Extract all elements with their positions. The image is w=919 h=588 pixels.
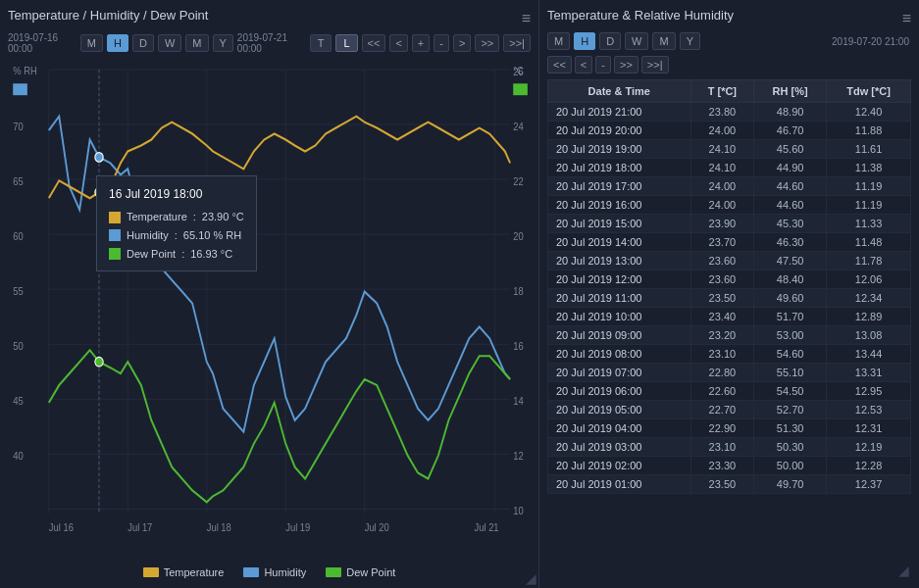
svg-rect-10 (13, 83, 27, 95)
cell-datetime: 20 Jul 2019 14:00 (548, 233, 691, 252)
table-header: Date & Time T [*C] RH [%] Tdw [*C] (548, 80, 911, 103)
right-nav-minus[interactable]: - (595, 56, 611, 74)
table-container: Date & Time T [*C] RH [%] Tdw [*C] 20 Ju… (547, 79, 911, 580)
nav-prev-prev[interactable]: << (362, 34, 386, 52)
cell-temp: 23.80 (690, 103, 754, 122)
cell-rh: 48.40 (754, 270, 827, 289)
col-temp: T [*C] (690, 80, 754, 103)
right-date-label: 2019-07-20 21:00 (832, 36, 909, 47)
period-M2-btn[interactable]: M (185, 34, 208, 52)
cell-temp: 23.50 (690, 475, 754, 494)
svg-point-44 (95, 357, 103, 367)
table-row: 20 Jul 2019 13:0023.6047.5011.78 (548, 252, 911, 270)
svg-text:45: 45 (13, 396, 24, 408)
cell-datetime: 20 Jul 2019 01:00 (548, 475, 691, 494)
cell-datetime: 20 Jul 2019 17:00 (548, 177, 691, 196)
cell-datetime: 20 Jul 2019 16:00 (548, 196, 691, 215)
right-period-D-btn[interactable]: D (599, 32, 621, 50)
cell-rh: 48.90 (754, 103, 827, 122)
right-menu-icon[interactable]: ≡ (902, 10, 911, 27)
table-row: 20 Jul 2019 05:0022.7052.7012.53 (548, 401, 911, 419)
table-row: 20 Jul 2019 08:0023.1054.6013.44 (548, 345, 911, 364)
table-row: 20 Jul 2019 02:0023.3050.0012.28 (548, 457, 911, 475)
svg-text:Jul 17: Jul 17 (128, 522, 152, 534)
cell-tdw: 12.31 (827, 419, 911, 438)
table-row: 20 Jul 2019 03:0023.1050.3012.19 (548, 438, 911, 457)
cell-tdw: 12.37 (827, 475, 911, 494)
svg-text:55: 55 (13, 286, 24, 298)
period-H-btn[interactable]: H (107, 34, 128, 52)
period-M-btn[interactable]: M (80, 34, 103, 52)
cell-temp: 24.10 (690, 140, 754, 159)
nav-minus[interactable]: - (434, 34, 449, 52)
svg-text:Jul 18: Jul 18 (207, 522, 231, 534)
cell-datetime: 20 Jul 2019 20:00 (548, 122, 691, 140)
legend-dewpoint: Dew Point (326, 566, 395, 578)
cell-temp: 23.10 (690, 438, 754, 457)
svg-text:50: 50 (13, 341, 24, 353)
cell-rh: 55.10 (754, 364, 827, 382)
cell-temp: 22.90 (690, 419, 754, 438)
right-period-W-btn[interactable]: W (625, 32, 648, 50)
cell-tdw: 11.33 (827, 215, 911, 233)
table-row: 20 Jul 2019 17:0024.0044.6011.19 (548, 177, 911, 196)
period-W-btn[interactable]: W (158, 34, 181, 52)
period-Y-btn[interactable]: Y (213, 34, 233, 52)
cell-rh: 49.60 (754, 289, 827, 308)
cell-temp: 22.80 (690, 364, 754, 382)
nav-plus[interactable]: + (412, 34, 430, 52)
right-nav-first[interactable]: << (547, 56, 572, 74)
cell-datetime: 20 Jul 2019 08:00 (548, 345, 691, 364)
svg-point-42 (95, 187, 103, 197)
table-row: 20 Jul 2019 21:0023.8048.9012.40 (548, 103, 911, 122)
svg-text:14: 14 (513, 396, 524, 408)
right-panel: Temperature & Relative Humidity ≡ M H D … (539, 0, 919, 588)
right-period-Y-btn[interactable]: Y (680, 32, 700, 50)
right-nav-last[interactable]: >>| (641, 56, 669, 74)
left-panel: Temperature / Humidity / Dew Point ≡ 201… (0, 0, 539, 588)
svg-text:65: 65 (13, 175, 24, 187)
cell-datetime: 20 Jul 2019 18:00 (548, 159, 691, 177)
svg-text:20: 20 (513, 231, 524, 243)
cell-tdw: 11.19 (827, 196, 911, 215)
cell-tdw: 13.44 (827, 345, 911, 364)
table-row: 20 Jul 2019 04:0022.9051.3012.31 (548, 419, 911, 438)
left-toolbar: 2019-07-16 00:00 M H D W M Y 2019-07-21 … (8, 32, 531, 54)
cell-rh: 49.70 (754, 475, 827, 494)
nav-next[interactable]: > (453, 34, 471, 52)
cell-datetime: 20 Jul 2019 07:00 (548, 364, 691, 382)
cell-tdw: 11.48 (827, 233, 911, 252)
cell-temp: 24.00 (690, 177, 754, 196)
cell-temp: 22.70 (690, 401, 754, 419)
cell-tdw: 12.40 (827, 103, 911, 122)
left-resize-handle: ◢ (526, 570, 536, 586)
right-period-M-btn[interactable]: M (547, 32, 570, 50)
cell-rh: 50.00 (754, 457, 827, 475)
period-D-btn[interactable]: D (132, 34, 154, 52)
svg-point-43 (95, 153, 103, 163)
svg-rect-19 (513, 83, 528, 95)
legend-temperature-label: Temperature (164, 566, 225, 578)
col-rh: RH [%] (754, 80, 827, 103)
nav-prev[interactable]: < (389, 34, 407, 52)
svg-text:10: 10 (513, 506, 524, 517)
right-period-H-btn[interactable]: H (574, 32, 595, 50)
type-T-btn[interactable]: T (310, 34, 332, 52)
right-period-M2-btn[interactable]: M (652, 32, 675, 50)
cell-rh: 54.50 (754, 382, 827, 401)
svg-text:24: 24 (513, 121, 524, 132)
type-L-btn[interactable]: L (335, 34, 357, 52)
cell-temp: 24.10 (690, 159, 754, 177)
svg-text:60: 60 (13, 231, 24, 243)
svg-text:22: 22 (513, 175, 524, 187)
nav-last[interactable]: >>| (503, 34, 531, 52)
cell-temp: 23.70 (690, 233, 754, 252)
right-nav-next[interactable]: >> (614, 56, 638, 74)
cell-temp: 23.60 (690, 270, 754, 289)
nav-next-next[interactable]: >> (475, 34, 499, 52)
right-nav-prev[interactable]: < (575, 56, 592, 74)
left-menu-icon[interactable]: ≡ (522, 10, 531, 27)
left-date-end: 2019-07-21 00:00 (237, 32, 304, 54)
table-row: 20 Jul 2019 16:0024.0044.6011.19 (548, 196, 911, 215)
cell-tdw: 11.88 (827, 122, 911, 140)
